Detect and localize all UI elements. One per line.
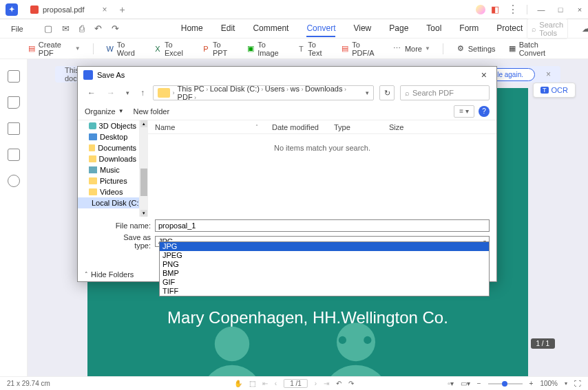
dropdown-option[interactable]: BMP (160, 269, 489, 278)
next-page-icon[interactable]: › (315, 380, 317, 387)
help-button[interactable]: ? (479, 106, 490, 117)
hide-folders-button[interactable]: ˄Hide Folders (85, 270, 134, 279)
create-pdf-button[interactable]: ▤Create PDF▼ (28, 41, 81, 57)
breadcrumb-segment[interactable]: Downloads (305, 85, 342, 93)
tree-item[interactable]: Documents (78, 142, 139, 153)
menu-form[interactable]: Form (459, 21, 479, 37)
first-page-icon[interactable]: ⇤ (262, 380, 268, 387)
nav-back-button[interactable]: ← (85, 88, 98, 98)
print-icon[interactable]: ⎙ (76, 22, 87, 35)
chevron-down-icon[interactable]: ▾ (366, 89, 369, 96)
comments-icon[interactable] (8, 122, 20, 135)
close-tab-icon[interactable]: × (103, 5, 107, 14)
zoom-in-icon[interactable]: + (529, 380, 534, 387)
cloud-icon[interactable]: ☁ (579, 22, 588, 35)
to-pdfa-button[interactable]: ▤To PDF/A (341, 41, 380, 57)
account-icon[interactable] (476, 5, 485, 14)
organize-button[interactable]: Organize▼ (85, 107, 124, 116)
breadcrumb-segment[interactable]: PDF (178, 93, 193, 101)
undo-icon[interactable]: ↶ (92, 22, 105, 35)
mail-icon[interactable]: ✉ (59, 22, 72, 35)
redo-icon[interactable]: ↷ (109, 22, 122, 35)
prev-page-icon[interactable]: ‹ (275, 380, 277, 387)
file-menu[interactable]: File (7, 23, 28, 34)
bookmarks-icon[interactable] (8, 96, 20, 109)
breadcrumb-segment[interactable]: ws (291, 85, 300, 93)
search-icon[interactable] (8, 175, 20, 187)
display-mode-icon[interactable]: ▭▾ (461, 380, 470, 387)
ocr-float-button[interactable]: T OCR (533, 83, 576, 98)
zoom-level[interactable]: 100% (540, 380, 558, 387)
tree-item[interactable]: Pictures (78, 175, 139, 186)
tree-item[interactable]: Local Disk (C:) (78, 197, 139, 208)
column-name[interactable]: Name˄ (148, 123, 265, 131)
breadcrumb-bar[interactable]: › This PC › Local Disk (C:) › Users › ws… (153, 85, 374, 100)
thumbnails-icon[interactable] (8, 70, 20, 83)
tree-scrollbar[interactable]: ▴ ▾ (140, 120, 148, 217)
menu-view[interactable]: View (353, 21, 371, 37)
dropdown-option[interactable]: PNG (160, 260, 489, 269)
breadcrumb-segment[interactable]: This PC (178, 85, 204, 93)
menu-comment[interactable]: Comment (253, 21, 288, 37)
dialog-close-button[interactable]: × (477, 69, 491, 80)
open-icon[interactable]: ▢ (41, 22, 55, 35)
menu-page[interactable]: Page (389, 21, 408, 37)
kebab-menu-icon[interactable]: ⋮ (507, 3, 518, 16)
menu-home[interactable]: Home (181, 21, 203, 37)
dropdown-option[interactable]: TIFF (160, 287, 489, 296)
menu-convert[interactable]: Convert (306, 21, 335, 37)
filename-input[interactable] (155, 219, 490, 232)
nav-history-dropdown[interactable]: ▾ (123, 89, 132, 96)
page-input[interactable]: 1 /1 (284, 379, 308, 388)
nav-forward-button[interactable]: → (104, 88, 118, 98)
view-mode-icon[interactable]: ▫▾ (448, 380, 454, 387)
scroll-thumb[interactable] (140, 169, 147, 196)
tree-item[interactable]: Videos (78, 186, 139, 197)
to-text-button[interactable]: TTo Text (297, 41, 328, 57)
tree-item[interactable]: Desktop (78, 131, 139, 142)
last-page-icon[interactable]: ⇥ (324, 380, 329, 387)
gift-icon[interactable]: ◧ (491, 4, 499, 14)
dialog-search-input[interactable]: ⌕ Search PDF (400, 85, 490, 100)
zoom-out-icon[interactable]: − (477, 380, 481, 387)
to-word-button[interactable]: WTo Word (106, 41, 141, 57)
scroll-down-button[interactable]: ▾ (140, 210, 147, 217)
hand-tool-icon[interactable]: ✋ (234, 380, 242, 387)
tree-item[interactable]: Music (78, 164, 139, 175)
scroll-up-button[interactable]: ▴ (140, 120, 147, 127)
document-tab[interactable]: proposal.pdf × (23, 1, 114, 18)
column-type[interactable]: Type (327, 123, 382, 131)
column-size[interactable]: Size (382, 123, 423, 131)
menu-edit[interactable]: Edit (221, 21, 235, 37)
dropdown-option[interactable]: GIF (160, 278, 489, 287)
new-tab-button[interactable]: + (120, 4, 125, 15)
settings-button[interactable]: ⚙Settings (456, 44, 496, 54)
close-window-button[interactable]: × (571, 3, 588, 17)
zoom-slider[interactable] (488, 383, 523, 384)
breadcrumb-segment[interactable]: Users (265, 85, 285, 93)
to-image-button[interactable]: ▣To Image (246, 41, 284, 57)
view-options-button[interactable]: ≡ ▾ (454, 105, 474, 118)
batch-convert-button[interactable]: ▦Batch Convert (508, 41, 561, 57)
savetype-dropdown[interactable]: JPGJPEGPNGBMPGIFTIFF (159, 241, 490, 296)
more-button[interactable]: ⋯More▼ (392, 44, 430, 54)
nav-up-button[interactable]: ↑ (138, 88, 147, 98)
new-folder-button[interactable]: New folder (134, 107, 170, 116)
search-tools[interactable]: ⌕ Search Tools (527, 19, 568, 39)
dropdown-option[interactable]: JPG (160, 242, 489, 251)
maximize-button[interactable]: □ (552, 3, 569, 17)
minimize-button[interactable]: — (533, 3, 549, 17)
tree-item[interactable]: Downloads (78, 153, 139, 164)
fit-page-icon[interactable]: ⛶ (574, 380, 581, 387)
rotate-right-icon[interactable]: ↷ (348, 380, 354, 387)
refresh-button[interactable]: ↻ (379, 85, 395, 100)
close-banner-icon[interactable]: × (546, 69, 551, 79)
dropdown-option[interactable]: JPEG (160, 251, 489, 260)
attachments-icon[interactable] (8, 149, 20, 161)
select-tool-icon[interactable]: ⬚ (249, 380, 255, 387)
to-ppt-button[interactable]: PTo PPT (202, 41, 234, 57)
folder-tree[interactable]: 3D ObjectsDesktopDocumentsDownloadsMusic… (78, 120, 140, 217)
breadcrumb-segment[interactable]: Local Disk (C:) (210, 85, 260, 93)
column-date[interactable]: Date modified (265, 123, 327, 131)
tree-item[interactable]: 3D Objects (78, 120, 139, 131)
